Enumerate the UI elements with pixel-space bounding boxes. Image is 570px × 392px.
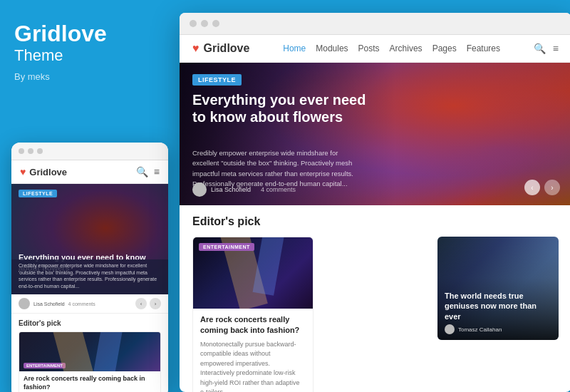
mobile-editors-section: Editor's pick ENTERTAINMENT Are rock con…: [11, 314, 168, 392]
mobile-nav-arrows: ‹ ›: [135, 298, 161, 309]
mobile-mockup: ♥ Gridlove 🔍 ≡ LIFESTYLE Everything you …: [11, 143, 168, 392]
entertainment-badge: ENTERTAINMENT: [199, 243, 254, 251]
mobile-browser-bar: [11, 143, 168, 160]
browser-nav-icons: 🔍 ≡: [534, 43, 559, 54]
concert-card-title: Are rock concerts really coming back int…: [200, 314, 306, 336]
heart-icon: ♥: [192, 42, 200, 55]
browser-bar: [180, 13, 570, 35]
mobile-avatar: [19, 298, 30, 309]
concert-card-text: Monotonectally pursue backward-compatibl…: [200, 340, 306, 392]
hero-author-name: Lisa Schofield: [211, 186, 251, 193]
concert-card-image: ENTERTAINMENT: [193, 237, 313, 309]
cards-grid: ENTERTAINMENT Are rock concerts really c…: [192, 237, 559, 392]
browser-dot-1: [190, 20, 197, 27]
main-content: Editor's pick ENTERTAINMENT Are rock con…: [180, 205, 570, 392]
hero-prev-dot[interactable]: ‹: [524, 180, 540, 195]
einstein-card-author-name: Tomasz Callahan: [458, 326, 502, 333]
mobile-nav-icons: 🔍 ≡: [136, 166, 160, 177]
mobile-author-info: Lisa Schofield 4 comments: [19, 298, 95, 309]
concert-card-body: Are rock concerts really coming back int…: [193, 309, 313, 392]
search-icon[interactable]: 🔍: [136, 166, 148, 177]
menu-icon[interactable]: ≡: [154, 166, 160, 177]
einstein-card-avatar: [445, 324, 455, 334]
einstein-card-title: The world needs true geniuses now more t…: [445, 291, 551, 321]
einstein-card-content: The world needs true geniuses now more t…: [437, 285, 559, 340]
mobile-editors-title: Editor's pick: [19, 319, 161, 327]
browser-logo: ♥ Gridlove: [192, 42, 249, 55]
search-icon[interactable]: 🔍: [534, 43, 546, 54]
middle-spacer: [321, 237, 430, 392]
left-panel: Gridlove Theme By meks ♥ Gridlove 🔍 ≡ LI…: [0, 0, 177, 392]
nav-link-features[interactable]: Features: [467, 43, 500, 53]
browser-nav: ♥ Gridlove Home Modules Posts Archives P…: [180, 35, 570, 63]
mobile-prev-button[interactable]: ‹: [135, 298, 147, 309]
mobile-hero-section: LIFESTYLE Everything you ever need to kn…: [11, 184, 168, 294]
nav-link-modules[interactable]: Modules: [316, 43, 348, 53]
editors-pick-title: Editor's pick: [192, 215, 559, 228]
browser-dot-3: [212, 20, 219, 27]
hero-title: Everything you ever need to know about f…: [192, 91, 370, 125]
mobile-comments: 4 comments: [68, 301, 95, 306]
nav-link-home[interactable]: Home: [283, 43, 306, 53]
mobile-dot-2: [28, 148, 33, 154]
browser-logo-text: Gridlove: [204, 42, 250, 55]
heart-icon: ♥: [20, 166, 26, 177]
mobile-card-body: Are rock concerts really coming back in …: [19, 371, 160, 392]
hero-section: LIFESTYLE Everything you ever need to kn…: [180, 63, 570, 205]
hero-avatar: [192, 182, 207, 197]
mobile-author-name: Lisa Schofield: [33, 301, 65, 306]
mobile-logo: ♥ Gridlove: [20, 166, 67, 177]
hero-author: Lisa Schofield 4 comments: [192, 182, 296, 197]
hero-comments: 4 comments: [261, 186, 296, 193]
hero-nav-dots: ‹ ›: [524, 180, 560, 195]
browser-dot-2: [201, 20, 208, 27]
einstein-card: The world needs true geniuses now more t…: [437, 237, 559, 340]
menu-icon[interactable]: ≡: [553, 43, 559, 54]
mobile-card-image: ENTERTAINMENT: [19, 332, 160, 371]
hero-next-dot[interactable]: ›: [544, 180, 560, 195]
mobile-lifestyle-badge: LIFESTYLE: [19, 190, 57, 197]
brand-title: Gridlove Theme By meks: [14, 21, 162, 82]
browser-window: ♥ Gridlove Home Modules Posts Archives P…: [180, 13, 570, 392]
mobile-header: ♥ Gridlove 🔍 ≡: [11, 160, 168, 184]
mobile-card: ENTERTAINMENT Are rock concerts really c…: [19, 331, 161, 392]
mobile-dot-3: [37, 148, 43, 154]
concert-card: ENTERTAINMENT Are rock concerts really c…: [192, 237, 314, 392]
mobile-card-title: Are rock concerts really coming back in …: [24, 375, 156, 391]
nav-link-posts[interactable]: Posts: [358, 43, 380, 53]
browser-nav-links: Home Modules Posts Archives Pages Featur…: [283, 43, 500, 53]
mobile-dot-1: [19, 148, 24, 154]
nav-link-pages[interactable]: Pages: [432, 43, 457, 53]
mobile-author-bar: Lisa Schofield 4 comments ‹ ›: [11, 294, 168, 314]
mobile-hero-text: Credibly empower enterprise wide mindsha…: [11, 259, 168, 294]
concert-lights: [19, 332, 160, 371]
lifestyle-badge: LIFESTYLE: [192, 74, 242, 86]
nav-link-archives[interactable]: Archives: [390, 43, 423, 53]
mobile-next-button[interactable]: ›: [150, 298, 161, 309]
einstein-card-author: Tomasz Callahan: [445, 324, 551, 334]
